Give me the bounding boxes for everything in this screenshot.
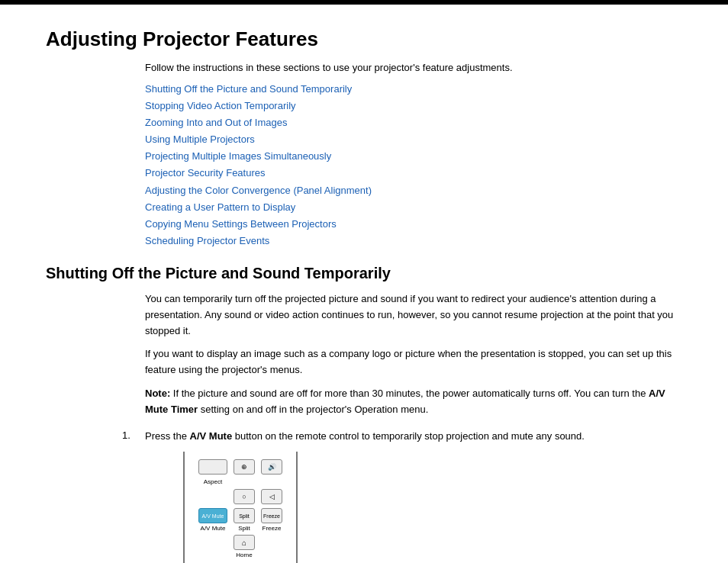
- toc-link-stopping[interactable]: Stopping Video Action Temporarily: [145, 98, 682, 114]
- split-label: Split: [234, 525, 255, 532]
- page: Adjusting Projector Features Follow the …: [0, 0, 728, 563]
- toc-link-projecting[interactable]: Projecting Multiple Images Simultaneousl…: [145, 148, 682, 165]
- note-body2: setting on and off in the projector's Op…: [201, 404, 429, 415]
- remote-btn-icon2-area: 🔊: [261, 459, 282, 475]
- remote-spacer5: [261, 552, 282, 558]
- remote-btn-circle[interactable]: ○: [234, 489, 255, 504]
- step1-num: 1.: [122, 429, 145, 441]
- remote-spacer4: [198, 552, 227, 558]
- intro-text: Follow the instructions in these section…: [145, 62, 682, 73]
- remote-btn-blank[interactable]: [198, 459, 227, 475]
- toc-link-zooming[interactable]: Zooming Into and Out of Images: [145, 114, 682, 131]
- remote-btn-avmute[interactable]: A/V Mute: [198, 508, 227, 523]
- aspect-label: Aspect: [198, 478, 227, 485]
- remote-btn-aspect-area: [198, 459, 227, 475]
- remote-label-row4: Home: [198, 552, 282, 558]
- content: Adjusting Projector Features Follow the …: [0, 5, 728, 563]
- note-body: If the picture and sound are off for mor…: [173, 388, 649, 399]
- home-label: Home: [234, 552, 255, 558]
- toc-link-shutting[interactable]: Shutting Off the Picture and Sound Tempo…: [145, 81, 682, 98]
- table-of-contents: Shutting Off the Picture and Sound Tempo…: [145, 81, 682, 249]
- remote-row2: ○ ◁: [198, 489, 282, 504]
- step1: 1. Press the A/V Mute button on the remo…: [122, 429, 682, 445]
- freeze-label: Freeze: [261, 525, 282, 532]
- remote-spacer3: [261, 535, 282, 550]
- remote-diagram: ⊕ 🔊 Aspect ○ ◁: [183, 452, 298, 563]
- remote-btn-freeze[interactable]: Freeze: [261, 508, 282, 523]
- toc-link-security[interactable]: Projector Security Features: [145, 165, 682, 182]
- toc-link-copying[interactable]: Copying Menu Settings Between Projectors: [145, 216, 682, 233]
- note-label: Note:: [145, 388, 170, 399]
- section1-para2: If you want to display an image such as …: [145, 346, 682, 378]
- remote-btn-arrow[interactable]: ◁: [261, 489, 282, 504]
- main-title: Adjusting Projector Features: [46, 27, 682, 51]
- toc-link-color[interactable]: Adjusting the Color Convergence (Panel A…: [145, 182, 682, 199]
- remote-btn-split[interactable]: Split: [234, 508, 255, 523]
- remote-row3: A/V Mute Split Freeze: [198, 508, 282, 523]
- remote-label-row3: A/V Mute Split Freeze: [198, 525, 282, 532]
- remote-row1: ⊕ 🔊: [198, 459, 282, 475]
- section1-title: Shutting Off the Picture and Sound Tempo…: [46, 265, 682, 282]
- remote-btn-icon2[interactable]: 🔊: [261, 459, 282, 475]
- section1-para1: You can temporarily turn off the project…: [145, 291, 682, 339]
- toc-link-multiple[interactable]: Using Multiple Projectors: [145, 131, 682, 148]
- remote-label-row1: Aspect: [198, 478, 282, 485]
- toc-link-scheduling[interactable]: Scheduling Projector Events: [145, 233, 682, 249]
- remote-btn-icon1[interactable]: ⊕: [234, 459, 255, 475]
- toc-link-pattern[interactable]: Creating a User Pattern to Display: [145, 199, 682, 216]
- step1-text: Press the A/V Mute button on the remote …: [145, 429, 682, 445]
- note-text: Note: If the picture and sound are off f…: [145, 386, 682, 418]
- remote-btn-home[interactable]: ⌂: [234, 535, 255, 550]
- step1-bold: A/V Mute: [190, 430, 233, 442]
- avmute-label: A/V Mute: [198, 525, 227, 532]
- remote-spacer2: [198, 535, 227, 550]
- remote-btn-icon1-area: ⊕: [234, 459, 255, 475]
- remote-row4: ⌂: [198, 535, 282, 550]
